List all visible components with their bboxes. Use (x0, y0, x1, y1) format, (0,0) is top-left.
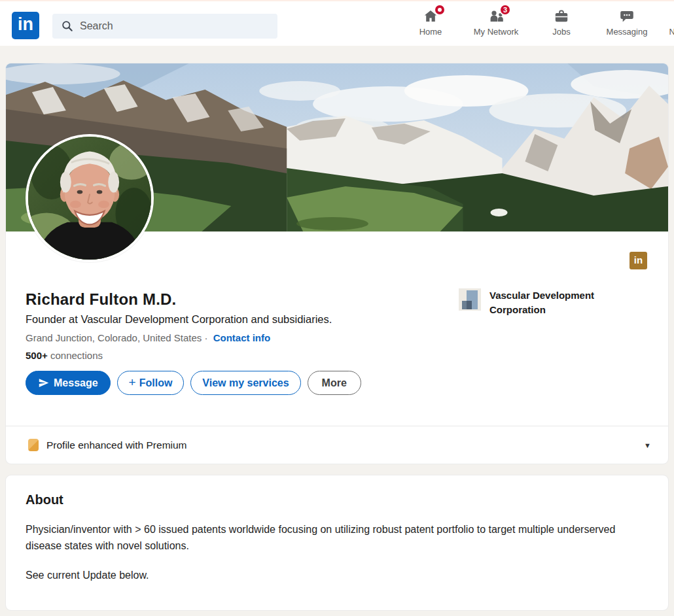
premium-gold-icon (28, 439, 39, 451)
top-navigation: in Home 3 (0, 0, 674, 46)
nav-items: Home 3 My Network (398, 8, 674, 43)
plus-icon: + (129, 375, 136, 390)
messaging-icon (619, 9, 635, 24)
premium-linkedin-badge: in (630, 252, 647, 269)
search-input[interactable] (80, 14, 270, 39)
jobs-icon (554, 9, 569, 24)
company-logo (459, 288, 481, 311)
nav-notifications[interactable]: Notifications (660, 8, 674, 43)
follow-button[interactable]: + Follow (117, 371, 185, 395)
message-button[interactable]: Message (26, 371, 111, 395)
chevron-down-icon[interactable]: ▼ (644, 441, 651, 449)
view-services-button[interactable]: View my services (190, 371, 300, 395)
identity-block: Richard Fulton M.D. Founder at Vascular … (26, 290, 444, 395)
portrait-art (28, 137, 151, 260)
profile-name: Richard Fulton M.D. (26, 290, 444, 309)
nav-my-network[interactable]: 3 My Network (463, 8, 529, 43)
premium-enhanced-row[interactable]: Profile enhanced with Premium ▼ (6, 426, 668, 464)
location-separator: · (205, 332, 208, 343)
linkedin-logo[interactable]: in (12, 12, 39, 39)
profile-card: in Richard Fulton M.D. Founder at Vascul… (5, 63, 669, 464)
about-title: About (26, 492, 648, 507)
nav-jobs[interactable]: Jobs (529, 8, 594, 43)
nav-jobs-label: Jobs (552, 27, 570, 37)
connections-count: 500+ (26, 350, 48, 361)
send-icon (38, 377, 49, 388)
about-paragraph-2: See current Update below. (26, 570, 648, 581)
nav-home-label: Home (419, 27, 442, 37)
home-notification-badge (434, 4, 446, 16)
nav-messaging-label: Messaging (607, 27, 648, 37)
nav-messaging[interactable]: Messaging (594, 8, 660, 43)
profile-location: Grand Junction, Colorado, United States (26, 332, 202, 343)
more-button[interactable]: More (308, 371, 361, 395)
premium-row-label: Profile enhanced with Premium (46, 439, 187, 451)
current-company[interactable]: Vascular Development Corporation (459, 288, 655, 317)
profile-headline: Founder at Vascular Development Corporat… (26, 313, 444, 326)
action-buttons: Message + Follow View my services More (26, 371, 444, 395)
about-card: About Physician/inventor with > 60 issue… (5, 475, 669, 611)
connections-label[interactable]: connections (50, 350, 103, 361)
contact-info-link[interactable]: Contact info (213, 332, 271, 343)
company-name: Vascular Development Corporation (489, 288, 633, 317)
search-icon (61, 20, 74, 33)
my-network-count-badge: 3 (499, 4, 511, 16)
nav-notifications-label: Notifications (669, 27, 674, 37)
nav-my-network-label: My Network (474, 27, 519, 37)
search-box[interactable] (52, 14, 277, 39)
nav-home[interactable]: Home (398, 8, 463, 43)
about-paragraph: Physician/inventor with > 60 issued pate… (26, 521, 648, 554)
profile-photo[interactable] (26, 134, 154, 262)
